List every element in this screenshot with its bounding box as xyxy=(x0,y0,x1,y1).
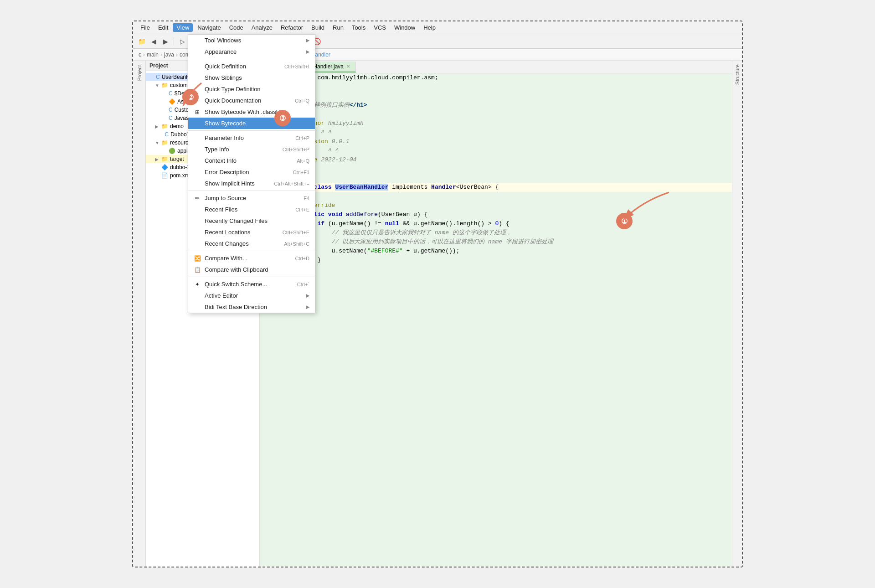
recent-changes-shortcut: Alt+Shift+C xyxy=(284,241,309,247)
menu-show-bytecode-classlib-label: Show Bytecode With .classlib xyxy=(205,108,282,115)
context-info-shortcut: Alt+Q xyxy=(297,158,309,164)
menu-quick-definition[interactable]: Quick Definition Ctrl+Shift+I xyxy=(188,61,315,72)
menu-show-bytecode-classlib[interactable]: ⊞ Show Bytecode With .classlib xyxy=(188,106,315,118)
jump-source-icon: ✏ xyxy=(194,195,201,201)
bidi-text-arrow-icon: ▶ xyxy=(306,304,309,310)
implicit-hints-shortcut: Ctrl+Alt+Shift+= xyxy=(274,181,309,186)
menu-parameter-info-label: Parameter Info xyxy=(205,134,244,141)
menu-quick-type-def-label: Quick Type Definition xyxy=(205,86,261,93)
menu-jump-to-source[interactable]: ✏ Jump to Source F4 xyxy=(188,192,315,204)
menu-compare-with[interactable]: 🔀 Compare With... Ctrl+D xyxy=(188,253,315,264)
annotation-circle-1: ① xyxy=(616,213,633,229)
menu-active-editor[interactable]: Active Editor ▶ xyxy=(188,290,315,301)
jump-source-shortcut: F4 xyxy=(304,196,309,201)
recent-locations-shortcut: Ctrl+Shift+E xyxy=(283,230,309,235)
menu-quick-documentation-label: Quick Documentation xyxy=(205,97,261,104)
menu-recent-files[interactable]: Recent Files Ctrl+E xyxy=(188,204,315,215)
quick-switch-shortcut: Ctrl+` xyxy=(297,282,309,287)
menu-tool-windows-label: Tool Windows xyxy=(205,37,241,44)
menu-bidi-text-label: Bidi Text Base Direction xyxy=(205,304,267,310)
menu-bidi-text[interactable]: Bidi Text Base Direction ▶ xyxy=(188,301,315,313)
menu-separator-5 xyxy=(188,277,315,277)
menu-show-implicit-hints-label: Show Implicit Hints xyxy=(205,180,255,187)
menu-quick-documentation[interactable]: Quick Documentation Ctrl+Q xyxy=(188,95,315,106)
menu-compare-with-label: Compare With... xyxy=(205,255,247,262)
menu-show-siblings[interactable]: Show Siblings xyxy=(188,72,315,83)
menu-separator-4 xyxy=(188,251,315,251)
ide-window: File Edit View Navigate Code Analyze Ref… xyxy=(132,21,743,567)
menu-tool-windows[interactable]: Tool Windows ▶ xyxy=(188,35,315,46)
menu-separator-1 xyxy=(188,59,315,59)
menu-recent-files-label: Recent Files xyxy=(205,206,237,213)
bytecode-classlib-icon: ⊞ xyxy=(194,109,201,115)
menu-show-implicit-hints[interactable]: Show Implicit Hints Ctrl+Alt+Shift+= xyxy=(188,178,315,189)
error-desc-shortcut: Ctrl+F1 xyxy=(293,170,309,175)
tool-windows-arrow-icon: ▶ xyxy=(306,37,309,43)
compare-clipboard-icon: 📋 xyxy=(194,267,201,273)
appearance-arrow-icon: ▶ xyxy=(306,49,309,55)
menu-quick-definition-label: Quick Definition xyxy=(205,63,246,70)
menu-recent-locations-label: Recent Locations xyxy=(205,229,250,236)
menu-compare-clipboard[interactable]: 📋 Compare with Clipboard xyxy=(188,264,315,275)
menu-quick-switch[interactable]: ✦ Quick Switch Scheme... Ctrl+` xyxy=(188,279,315,290)
quick-definition-shortcut: Ctrl+Shift+I xyxy=(284,64,309,69)
menu-active-editor-label: Active Editor xyxy=(205,292,238,299)
quick-doc-shortcut: Ctrl+Q xyxy=(295,98,309,103)
menu-compare-clipboard-label: Compare with Clipboard xyxy=(205,266,268,273)
menu-recent-changes-label: Recent Changes xyxy=(205,240,249,247)
menu-appearance-label: Appearance xyxy=(205,48,237,55)
menu-jump-to-source-label: Jump to Source xyxy=(205,195,246,201)
recent-files-shortcut: Ctrl+E xyxy=(295,207,309,212)
menu-recently-changed-label: Recently Changed Files xyxy=(205,217,268,224)
compare-with-shortcut: Ctrl+D xyxy=(295,256,309,261)
menu-appearance[interactable]: Appearance ▶ xyxy=(188,46,315,57)
menu-separator-3 xyxy=(188,191,315,191)
menu-separator-2 xyxy=(188,130,315,131)
annotation-circle-2: ② xyxy=(182,89,199,105)
menu-show-bytecode-label: Show Bytecode xyxy=(205,120,246,127)
dropdown-overlay: Tool Windows ▶ Appearance ▶ Quick Defini… xyxy=(133,21,742,567)
menu-parameter-info[interactable]: Parameter Info Ctrl+P xyxy=(188,132,315,144)
view-dropdown-menu: Tool Windows ▶ Appearance ▶ Quick Defini… xyxy=(188,34,315,313)
menu-recently-changed[interactable]: Recently Changed Files xyxy=(188,215,315,227)
menu-recent-changes[interactable]: Recent Changes Alt+Shift+C xyxy=(188,238,315,249)
menu-error-description-label: Error Description xyxy=(205,169,249,175)
menu-quick-type-def[interactable]: Quick Type Definition xyxy=(188,83,315,95)
compare-with-icon: 🔀 xyxy=(194,255,201,262)
menu-quick-switch-label: Quick Switch Scheme... xyxy=(205,281,267,288)
menu-type-info[interactable]: Type Info Ctrl+Shift+P xyxy=(188,144,315,155)
menu-show-bytecode[interactable]: Show Bytecode xyxy=(188,118,315,129)
menu-context-info-label: Context Info xyxy=(205,157,237,164)
menu-error-description[interactable]: Error Description Ctrl+F1 xyxy=(188,166,315,178)
annotation-circle-3: ③ xyxy=(274,110,291,126)
quick-switch-icon: ✦ xyxy=(194,281,201,288)
menu-type-info-label: Type Info xyxy=(205,146,229,153)
active-editor-arrow-icon: ▶ xyxy=(306,293,309,299)
type-info-shortcut: Ctrl+Shift+P xyxy=(283,147,309,152)
menu-recent-locations[interactable]: Recent Locations Ctrl+Shift+E xyxy=(188,227,315,238)
param-info-shortcut: Ctrl+P xyxy=(295,135,309,141)
menu-show-siblings-label: Show Siblings xyxy=(205,74,242,81)
menu-context-info[interactable]: Context Info Alt+Q xyxy=(188,155,315,166)
